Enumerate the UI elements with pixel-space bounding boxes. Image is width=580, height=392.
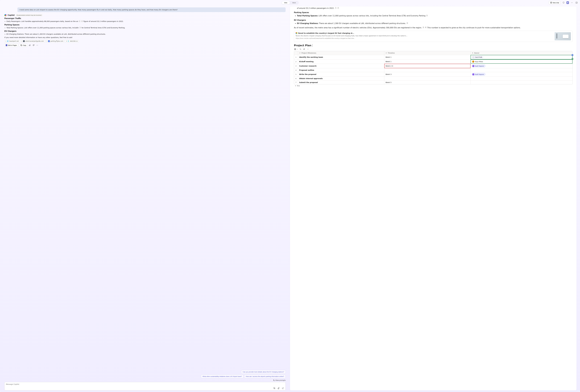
- plus-circle-icon: [550, 2, 552, 3]
- section-ev-chargers: EV Chargers: [4, 30, 286, 32]
- cell-owner[interactable]: + Cecil Folk LB KM: [471, 55, 573, 59]
- citation-3[interactable]: 3: [426, 15, 428, 16]
- suggestion-1[interactable]: Can you provide more details about the E…: [241, 370, 286, 374]
- source-num: 4: [66, 40, 67, 42]
- message-more-button[interactable]: [36, 44, 39, 47]
- attach-icon[interactable]: [277, 387, 280, 390]
- source-1[interactable]: 1 laxairport.net: [4, 40, 20, 42]
- favicon-icon: [7, 40, 8, 42]
- table-row[interactable]: 6 Obtain internal approvals: [294, 77, 573, 80]
- text-frag: LAX offers over 11,000 parking spaces ac…: [318, 15, 426, 17]
- cell-timeline[interactable]: Week 5: [384, 80, 471, 84]
- visibility-icon[interactable]: [303, 48, 305, 50]
- panel-toggle-icon[interactable]: [575, 1, 578, 4]
- section-parking-spaces: Parking Spaces: [4, 24, 286, 26]
- cell-timeline[interactable]: [384, 68, 471, 72]
- cell-milestone[interactable]: Obtain internal approvals: [298, 77, 384, 80]
- cell-milestone[interactable]: Submit the proposal: [298, 80, 384, 84]
- cell-timeline[interactable]: Week 1: [384, 59, 471, 64]
- view-prompts-link[interactable]: View prompts: [4, 379, 286, 381]
- news-thumbnail: [555, 32, 571, 40]
- edit-in-pages-button[interactable]: Edit in Pages: [4, 44, 18, 47]
- cell-timeline[interactable]: Week 1: [384, 55, 471, 59]
- col-milestones[interactable]: Project Milestones: [298, 51, 384, 55]
- table-view-icon[interactable]: [294, 48, 296, 50]
- col-label: Project Milestones: [301, 52, 316, 54]
- table-row[interactable]: 1 Identify the working team Week 1 + Cec…: [294, 55, 573, 59]
- owner-chip[interactable]: Aadi Kapoor: [472, 65, 485, 67]
- cell-milestone[interactable]: Kickoff meeting: [298, 59, 384, 64]
- pages-icon[interactable]: [567, 1, 569, 4]
- cell-owner[interactable]: Kayo Miwa: [471, 59, 573, 64]
- copy-button[interactable]: Copy: [19, 44, 27, 47]
- owner-chip[interactable]: + Cecil Folk: [472, 56, 483, 59]
- pages-mini-icon: [6, 44, 7, 46]
- cell-owner[interactable]: Aadi Kapoor: [471, 72, 573, 77]
- source-2[interactable]: 2 americanairportguide.com: [20, 40, 45, 42]
- svg-point-12: [38, 45, 38, 45]
- owner-chip[interactable]: Kayo Miwa: [472, 60, 484, 63]
- cell-owner[interactable]: [471, 80, 573, 84]
- svg-point-5: [571, 2, 572, 3]
- avatar: [472, 65, 474, 67]
- copilot-message: Copilot AI-generated content may be inco…: [4, 14, 286, 47]
- suggestion-2[interactable]: What other sustainability initiatives do…: [201, 375, 243, 378]
- owner-chip[interactable]: Aadi Kapoor: [472, 73, 485, 76]
- citation-2[interactable]: 2: [337, 7, 339, 9]
- citation-3[interactable]: 3: [79, 27, 81, 28]
- citation-6[interactable]: 6: [425, 27, 427, 28]
- citation-1[interactable]: 1: [335, 7, 336, 9]
- citation-2[interactable]: 2: [81, 20, 83, 22]
- thumbs-up-button[interactable]: [28, 44, 31, 47]
- sort-icon[interactable]: [299, 48, 301, 50]
- shield-icon[interactable]: [562, 1, 565, 4]
- row-index: 4: [294, 68, 298, 72]
- cell-timeline[interactable]: [384, 77, 471, 80]
- text-bold: Total Parking Spaces:: [297, 15, 318, 17]
- table-row[interactable]: 3 Customer research Week 2-3 Aadi Kapoor: [294, 64, 573, 68]
- table-more-icon[interactable]: [307, 48, 309, 50]
- suggestion-3[interactable]: How can I access the airports parking in…: [244, 375, 286, 378]
- col-timeline[interactable]: Timeline: [384, 51, 471, 55]
- add-row-button[interactable]: New: [294, 84, 573, 87]
- visual-search-icon[interactable]: [273, 387, 276, 390]
- table-row[interactable]: 4 Proposal outline: [294, 68, 573, 72]
- source-4[interactable]: 4 electrek.co: [65, 40, 79, 42]
- owner-name: Cecil Folk: [475, 56, 482, 58]
- doc-heading-parking: Parking Spaces: [294, 11, 573, 13]
- table-row[interactable]: 7 Submit the proposal Week 5: [294, 80, 573, 84]
- pages-panel[interactable]: of around 32.2 million passengers in 202…: [290, 6, 577, 390]
- cell-timeline[interactable]: Week 2-3: [384, 64, 471, 68]
- add-person-icon[interactable]: +: [472, 56, 474, 58]
- tab-web[interactable]: Web: [282, 1, 290, 4]
- cell-owner[interactable]: [471, 68, 573, 72]
- cell-milestone[interactable]: Identify the working team: [298, 55, 384, 59]
- cell-milestone[interactable]: Proposal outline: [298, 68, 384, 72]
- citation-1[interactable]: 1: [79, 20, 81, 22]
- col-owner[interactable]: Owner: [471, 51, 573, 55]
- citation-4[interactable]: 4: [407, 22, 408, 24]
- news-card[interactable]: Revel to establish the country's largest…: [294, 31, 573, 42]
- cell-milestone[interactable]: Customer research: [298, 64, 384, 68]
- cell-milestone[interactable]: Write the proposal: [298, 72, 384, 77]
- send-icon[interactable]: [281, 387, 284, 390]
- table-row[interactable]: 5 Write the proposal Week 3 Aadi Kapoor: [294, 72, 573, 77]
- chat-scroll[interactable]: I need some data on LAX Airport to asses…: [3, 6, 287, 368]
- doc-heading-ev: EV Chargers: [294, 19, 573, 21]
- more-icon[interactable]: [570, 1, 574, 4]
- tab-work[interactable]: Work: [290, 1, 298, 4]
- row-index: 1: [294, 55, 298, 59]
- cell-timeline[interactable]: Week 3: [384, 72, 471, 77]
- owner-name: Kayo Miwa: [475, 61, 483, 62]
- cell-owner[interactable]: [471, 77, 573, 80]
- source-3[interactable]: 3 LAX parking.flylax.com: [46, 40, 64, 42]
- cell-owner[interactable]: Aadi Kapoor: [471, 64, 573, 68]
- citation-5[interactable]: 5: [423, 27, 424, 28]
- chevron-down-icon[interactable]: [297, 49, 298, 50]
- thumbs-down-button[interactable]: [32, 44, 35, 47]
- table-row[interactable]: 2 Kickoff meeting Week 1 Kayo Miwa: [294, 59, 573, 64]
- svg-point-10: [36, 45, 37, 45]
- source-num: 2: [21, 40, 22, 42]
- message-input[interactable]: [6, 383, 284, 385]
- new-chat-button[interactable]: New chat: [549, 1, 561, 4]
